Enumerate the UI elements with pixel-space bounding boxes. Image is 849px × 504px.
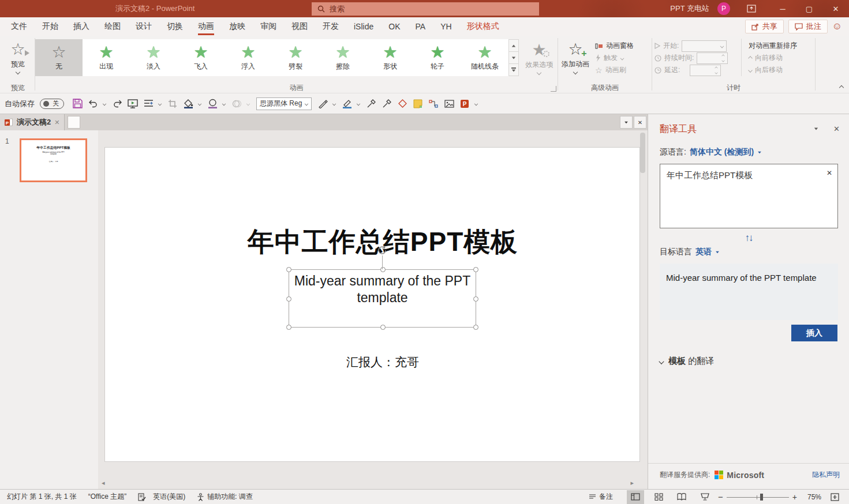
- effect-options-button[interactable]: ★ 效果选项: [521, 39, 558, 74]
- tab-insert[interactable]: 插入: [66, 17, 97, 36]
- save-icon[interactable]: [70, 96, 84, 111]
- pane-close-icon[interactable]: ✕: [833, 125, 840, 133]
- insert-button[interactable]: 插入: [791, 325, 837, 341]
- animation-wipe[interactable]: ★ 擦除: [319, 39, 366, 76]
- animation-appear[interactable]: ★ 出现: [83, 39, 130, 76]
- slide-canvas[interactable]: 年中工作总结PPT模板 Mid-year summary of the PPT …: [105, 148, 639, 461]
- scroll-left-icon[interactable]: ◂: [102, 479, 105, 487]
- accessibility-status[interactable]: 辅助功能: 调查: [191, 492, 259, 502]
- swap-languages-icon[interactable]: ↑↓: [660, 232, 837, 244]
- selected-textbox[interactable]: Mid-year summary of the PPT template: [289, 269, 476, 328]
- slide-sorter-view-button[interactable]: [650, 490, 667, 504]
- preview-button[interactable]: ☆ 预览: [1, 39, 35, 74]
- animation-float-in[interactable]: ★ 浮入: [225, 39, 272, 76]
- undo-icon[interactable]: [86, 96, 100, 111]
- tab-home[interactable]: 开始: [35, 17, 66, 36]
- document-tab-close-icon[interactable]: ✕: [54, 119, 59, 126]
- animation-none[interactable]: ☆ 无: [35, 39, 83, 76]
- crop-icon[interactable]: [166, 96, 179, 111]
- redo-icon[interactable]: [110, 96, 124, 111]
- source-language-value[interactable]: 简体中文 (检测到): [690, 147, 754, 157]
- tab-transitions[interactable]: 切换: [159, 17, 190, 36]
- resize-handle-s[interactable]: [380, 325, 386, 330]
- resize-handle-e[interactable]: [473, 296, 478, 302]
- tab-islide[interactable]: iSlide: [346, 17, 381, 36]
- tab-draw[interactable]: 绘图: [97, 17, 128, 36]
- draw-pen-icon[interactable]: [316, 96, 330, 111]
- zoom-out-button[interactable]: −: [718, 492, 723, 502]
- tab-pa[interactable]: PA: [407, 17, 433, 36]
- normal-view-button[interactable]: [627, 490, 644, 504]
- zoom-slider[interactable]: [727, 494, 789, 501]
- source-language-dropdown-icon[interactable]: [758, 151, 761, 153]
- document-tab[interactable]: P 演示文稿2 ✕: [0, 114, 65, 130]
- new-document-tab-button[interactable]: [68, 116, 80, 129]
- tab-file[interactable]: 文件: [3, 17, 35, 36]
- start-dropdown[interactable]: [682, 40, 727, 52]
- animation-pane-button[interactable]: 动画窗格: [593, 40, 634, 52]
- animation-fly-in[interactable]: ★ 飞入: [177, 39, 225, 76]
- vertical-scrollbar[interactable]: [639, 133, 646, 456]
- resize-handle-n[interactable]: [380, 267, 386, 272]
- gallery-more-button[interactable]: [508, 64, 519, 76]
- search-box[interactable]: 搜索: [312, 2, 539, 16]
- slide-info[interactable]: 幻灯片 第 1 张, 共 1 张: [5, 492, 83, 502]
- fit-to-window-button[interactable]: [826, 490, 843, 504]
- avatar[interactable]: P: [717, 2, 730, 15]
- tab-close-button[interactable]: ✕: [634, 116, 646, 129]
- slideshow-view-button[interactable]: [696, 490, 713, 504]
- target-language-dropdown-icon[interactable]: [716, 251, 719, 253]
- resize-handle-ne[interactable]: [473, 267, 478, 272]
- picture-icon[interactable]: [442, 96, 456, 111]
- gallery-scroll-down-button[interactable]: [508, 52, 519, 64]
- merge-shapes-icon[interactable]: [395, 96, 409, 111]
- word-translation-section[interactable]: 模板 的翻译: [660, 356, 837, 367]
- minimize-button[interactable]: ─: [769, 0, 796, 17]
- collapse-ribbon-button[interactable]: [839, 85, 844, 90]
- resize-handle-sw[interactable]: [286, 325, 291, 330]
- animation-wheel[interactable]: ★ 轮子: [414, 39, 461, 76]
- duration-spinner[interactable]: [697, 52, 728, 64]
- move-earlier-button[interactable]: 向前移动: [746, 52, 797, 64]
- close-button[interactable]: ✕: [822, 0, 849, 17]
- tab-developer[interactable]: 开发: [315, 17, 346, 36]
- slide-presenter[interactable]: 汇报人：充哥: [126, 354, 639, 370]
- tab-list-dropdown-button[interactable]: [620, 116, 633, 129]
- pane-menu-icon[interactable]: [814, 128, 818, 130]
- animation-dialog-launcher[interactable]: [551, 86, 556, 92]
- gallery-scroll-up-button[interactable]: [508, 39, 519, 52]
- delay-spinner[interactable]: [690, 65, 721, 76]
- powerpoint-icon[interactable]: P: [458, 96, 472, 111]
- rotation-handle[interactable]: [377, 245, 387, 255]
- shape-effects-icon[interactable]: [230, 96, 244, 111]
- animation-split[interactable]: ★ 劈裂: [272, 39, 319, 76]
- tab-yh[interactable]: YH: [433, 17, 459, 36]
- trigger-button[interactable]: 触发: [593, 52, 634, 64]
- scroll-right-icon[interactable]: ▸: [630, 479, 634, 487]
- shape-outline-icon[interactable]: [205, 96, 219, 111]
- add-animation-button[interactable]: ☆ + 添加动画: [558, 39, 593, 74]
- horizontal-scrollbar[interactable]: ◂ ▸: [102, 479, 634, 487]
- highlight-icon[interactable]: [340, 96, 354, 111]
- notes-button[interactable]: 备注: [583, 492, 619, 502]
- tab-review[interactable]: 审阅: [253, 17, 284, 36]
- reading-view-button[interactable]: [673, 490, 690, 504]
- privacy-statement-link[interactable]: 隐私声明: [812, 470, 840, 480]
- font-name-box[interactable]: 思源黑体 Reg: [256, 97, 312, 110]
- account-name[interactable]: PPT 充电站: [670, 3, 709, 14]
- share-button[interactable]: 共享: [745, 20, 784, 33]
- target-language-value[interactable]: 英语: [695, 247, 712, 257]
- tab-view[interactable]: 视图: [284, 17, 315, 36]
- tab-animations[interactable]: 动画: [190, 17, 222, 36]
- start-slideshow-icon[interactable]: [126, 96, 140, 111]
- theme-name[interactable]: “Office 主题”: [83, 492, 132, 502]
- fill-color-icon[interactable]: [181, 96, 195, 111]
- tab-shape-format[interactable]: 形状格式: [459, 17, 507, 36]
- qat-overflow-button[interactable]: [473, 96, 479, 111]
- proofing-language[interactable]: 英语(美国): [152, 492, 191, 502]
- resize-handle-se[interactable]: [473, 325, 478, 330]
- autosave-toggle[interactable]: 关: [40, 99, 64, 109]
- resize-handle-w[interactable]: [286, 296, 291, 302]
- zoom-level[interactable]: 75%: [802, 493, 821, 501]
- maximize-button[interactable]: ▢: [796, 0, 822, 17]
